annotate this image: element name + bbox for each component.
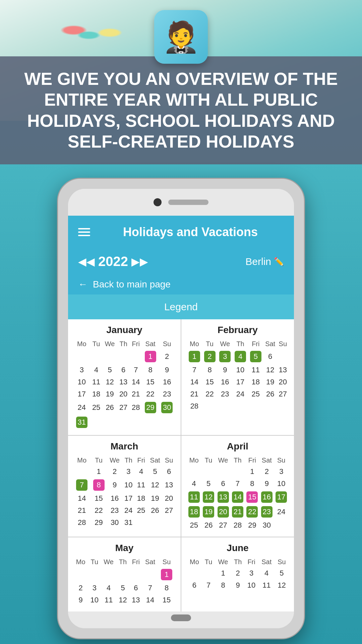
table-row: 9101112131415 xyxy=(73,594,175,606)
may-title: May xyxy=(73,543,175,553)
table-row: 18 19 20 21 22 23 24 xyxy=(187,504,289,519)
february-table: Mo Tu We Th Fri Sat Su xyxy=(187,339,289,412)
table-row: 14151617181920 xyxy=(73,492,175,504)
table-row: 10111213141516 xyxy=(73,376,175,388)
col-fr: Fri xyxy=(130,339,142,349)
june-title: June xyxy=(187,543,289,553)
april-title: April xyxy=(187,441,289,452)
back-label: Back to main page xyxy=(93,279,171,290)
app-header: Holidays and Vacations xyxy=(68,216,294,249)
table-row: 6789101112 xyxy=(187,579,289,591)
col-sat: Sat xyxy=(142,339,159,349)
table-row: 1 xyxy=(73,567,175,582)
table-row: 12345 xyxy=(187,567,289,579)
col-we: We xyxy=(103,339,117,349)
month-february: February Mo Tu We Th Fri Sat xyxy=(181,319,294,435)
month-january: January Mo Tu We Th Fri Sat S xyxy=(68,319,181,435)
back-arrow-icon: ← xyxy=(78,279,87,290)
app-icon: 🤵 xyxy=(154,10,208,64)
phone-camera xyxy=(154,198,162,206)
january-table: Mo Tu We Th Fri Sat Su xyxy=(73,339,175,430)
hamburger-menu[interactable] xyxy=(78,228,90,236)
edit-location-icon[interactable]: ✏️ xyxy=(274,257,284,266)
march-title: March xyxy=(73,441,175,452)
phone-mockup: Holidays and Vacations ◀◀ 2022 ▶▶ Berlin… xyxy=(57,178,305,639)
table-row: 21222324252627 xyxy=(187,388,289,400)
table-row: 17181920212223 xyxy=(73,388,175,400)
month-march: March MoTuWeThFriSatSu 123456 xyxy=(68,436,181,537)
june-table: MoTuWeThFriSatSu 12345 6789101112 xyxy=(187,557,289,591)
back-link[interactable]: ← Back to main page xyxy=(68,274,294,294)
col-mo: Mo xyxy=(73,339,90,349)
year-nav: ◀◀ 2022 ▶▶ Berlin ✏️ xyxy=(68,249,294,274)
year-display: 2022 xyxy=(98,254,128,269)
table-row: 252627282930 xyxy=(187,519,289,531)
month-june: June MoTuWeThFriSatSu 12345 xyxy=(181,537,294,611)
calendar-grid: January Mo Tu We Th Fri Sat S xyxy=(68,319,294,611)
january-title: January xyxy=(73,325,175,335)
phone-home-button[interactable] xyxy=(171,614,191,621)
phone-bottom-bar xyxy=(68,611,294,628)
phone-top-bar xyxy=(68,189,294,216)
table-row: 1 2 xyxy=(73,349,175,364)
hero-text: WE GIVE YOU AN OVERVIEW OF THE ENTIRE YE… xyxy=(17,68,345,152)
col-su: Su xyxy=(159,339,175,349)
may-table: MoTuWeThFriSatSu 1 2345678 xyxy=(73,557,175,606)
march-table: MoTuWeThFriSatSu 123456 7 8 91 xyxy=(73,455,175,529)
table-row: 31 xyxy=(73,415,175,430)
legend-bar[interactable]: Legend xyxy=(68,294,294,319)
table-row: 28293031 xyxy=(73,517,175,529)
table-row: 3456789 xyxy=(73,364,175,376)
table-row: 11 12 13 14 15 16 17 xyxy=(187,490,289,504)
phone-outer: Holidays and Vacations ◀◀ 2022 ▶▶ Berlin… xyxy=(57,178,305,639)
prev-year-button[interactable]: ◀◀ xyxy=(78,255,95,268)
table-row: 28 xyxy=(187,400,289,412)
month-may: May MoTuWeThFriSatSu 1 xyxy=(68,537,181,611)
february-title: February xyxy=(187,325,289,335)
month-april: April MoTuWeThFriSatSu 123 xyxy=(181,436,294,537)
legend-label: Legend xyxy=(164,301,198,312)
table-row: 1 2 3 4 5 6 xyxy=(187,349,289,364)
table-row: 45678910 xyxy=(187,478,289,490)
table-row: 123 xyxy=(187,466,289,478)
location-display: Berlin ✏️ xyxy=(245,256,284,267)
next-year-button[interactable]: ▶▶ xyxy=(131,255,148,268)
table-row: 2345678 xyxy=(73,582,175,594)
table-row: 78910111213 xyxy=(187,364,289,376)
col-th: Th xyxy=(117,339,130,349)
hero-banner: WE GIVE YOU AN OVERVIEW OF THE ENTIRE YE… xyxy=(0,56,362,164)
table-row: 21222324252627 xyxy=(73,504,175,517)
phone-speaker xyxy=(168,200,208,205)
year-controls: ◀◀ 2022 ▶▶ xyxy=(78,254,148,269)
table-row: 2425262728 29 30 xyxy=(73,400,175,415)
col-tu: Tu xyxy=(90,339,103,349)
app-title: Holidays and Vacations xyxy=(97,225,284,239)
table-row: 123456 xyxy=(73,466,175,478)
phone-inner: Holidays and Vacations ◀◀ 2022 ▶▶ Berlin… xyxy=(68,189,294,628)
app-screen: Holidays and Vacations ◀◀ 2022 ▶▶ Berlin… xyxy=(68,216,294,611)
april-table: MoTuWeThFriSatSu 123 45678910 xyxy=(187,455,289,531)
table-row: 7 8 910111213 xyxy=(73,478,175,492)
table-row: 14151617181920 xyxy=(187,376,289,388)
